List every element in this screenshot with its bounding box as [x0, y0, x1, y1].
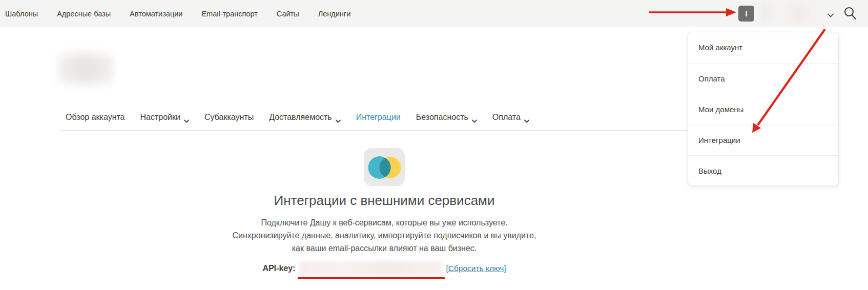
menu-item-integrations[interactable]: Интеграции — [688, 125, 838, 155]
nav-item-landings[interactable]: Лендинги — [318, 10, 351, 18]
tab-security[interactable]: Безопасность — [416, 113, 477, 122]
nav-item-templates[interactable]: Шаблоны — [5, 10, 38, 18]
tab-account-overview[interactable]: Обзор аккаунта — [66, 113, 125, 122]
nav-item-automations[interactable]: Автоматизации — [130, 10, 182, 18]
tab-integrations[interactable]: Интеграции — [356, 113, 401, 122]
tab-payment[interactable]: Оплата — [492, 113, 529, 122]
chevron-down-icon — [336, 116, 341, 119]
menu-item-logout[interactable]: Выход — [688, 155, 838, 186]
api-key-value-wrap — [299, 261, 442, 275]
tab-label: Безопасность — [416, 113, 468, 122]
tab-label: Интеграции — [356, 113, 401, 122]
tab-label: Субаккаунты — [204, 113, 254, 122]
menu-item-payment[interactable]: Оплата — [688, 63, 838, 94]
tab-deliverability[interactable]: Доставляемость — [269, 113, 341, 122]
page: Шаблоны Адресные базы Автоматизации Emai… — [0, 0, 868, 290]
search-icon[interactable] — [842, 6, 858, 21]
logo-redacted — [57, 51, 114, 86]
nav-item-sites[interactable]: Сайты — [277, 10, 299, 18]
top-nav: Шаблоны Адресные базы Автоматизации Emai… — [5, 0, 350, 27]
tab-label: Обзор аккаунта — [66, 113, 125, 122]
tab-label: Оплата — [492, 113, 521, 122]
nav-item-email-transport[interactable]: Email-транспорт — [201, 10, 257, 18]
chevron-down-icon — [184, 116, 189, 119]
integrations-panel: Интеграции с внешними сервисами Подключи… — [69, 148, 699, 275]
page-description: Подключите Дашу к веб-сервисам, которые … — [231, 216, 538, 255]
chevron-down-icon — [524, 116, 529, 119]
tab-subaccounts[interactable]: Субаккаунты — [204, 113, 254, 122]
top-bar: Шаблоны Адресные базы Автоматизации Emai… — [0, 0, 868, 27]
menu-item-my-account[interactable]: Мой аккаунт — [688, 32, 838, 63]
menu-item-my-domains[interactable]: Мои домены — [688, 94, 838, 125]
integrations-icon — [364, 148, 405, 186]
page-title: Интеграции с внешними сервисами — [69, 193, 699, 209]
api-key-row: API-key: [Сбросить ключ] — [69, 261, 699, 275]
account-tab-bar: Обзор аккаунта Настройки Субаккаунты Дос… — [60, 113, 716, 131]
tab-settings[interactable]: Настройки — [140, 113, 189, 122]
api-key-label: API-key: — [262, 264, 295, 273]
api-key-redacted — [299, 261, 442, 275]
avatar[interactable]: I — [738, 6, 754, 22]
nav-item-address-bases[interactable]: Адресные базы — [57, 10, 111, 18]
chevron-down-icon — [472, 116, 477, 119]
chevron-down-icon[interactable] — [827, 11, 834, 16]
tab-label: Настройки — [140, 113, 180, 122]
tab-label: Доставляемость — [269, 113, 332, 122]
reset-key-link[interactable]: [Сбросить ключ] — [446, 264, 506, 273]
username-redacted[interactable] — [760, 4, 816, 24]
account-dropdown-menu: Мой аккаунт Оплата Мои домены Интеграции… — [688, 32, 839, 186]
annotation-underline — [298, 277, 445, 279]
